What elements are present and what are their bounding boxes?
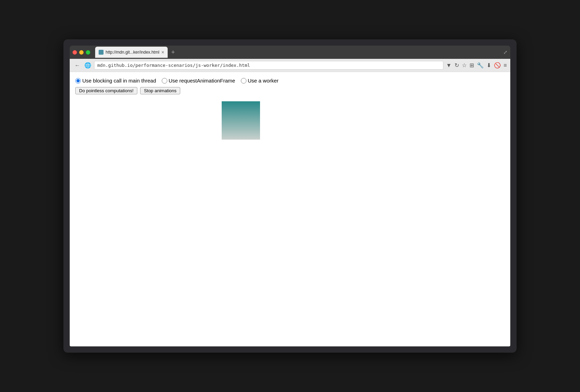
tools-button[interactable]: 🔧 (477, 62, 484, 69)
tab-favicon-icon (99, 50, 104, 55)
tab-bar: http://mdn.git...ker/index.html × + ⤢ (70, 46, 510, 59)
refresh-button[interactable]: ↻ (455, 62, 459, 69)
radio-blocking-label: Use blocking call in main thread (82, 78, 156, 84)
stop-animations-button[interactable]: Stop animations (140, 87, 180, 94)
do-computations-button[interactable]: Do pointless computations! (75, 87, 137, 94)
radio-worker[interactable] (241, 78, 246, 84)
radio-option-raf[interactable]: Use requestAnimationFrame (162, 78, 235, 84)
minimize-button[interactable] (79, 50, 84, 55)
close-button[interactable] (72, 50, 77, 55)
tab-close-icon[interactable]: × (161, 50, 164, 55)
url-bar: ← 🌐 ▼ ↻ ☆ ⊞ 🔧 ⬇ 🚫 ≡ (70, 59, 510, 72)
download-button[interactable]: ⬇ (487, 62, 491, 69)
radio-option-worker[interactable]: Use a worker (241, 78, 278, 84)
animation-box (222, 101, 260, 140)
url-input[interactable] (94, 61, 443, 70)
new-tab-button[interactable]: + (169, 49, 177, 56)
maximize-button[interactable] (86, 50, 90, 55)
globe-icon: 🌐 (84, 62, 91, 69)
radio-group: Use blocking call in main thread Use req… (75, 78, 505, 84)
dropdown-button[interactable]: ▼ (446, 62, 452, 69)
radio-worker-label: Use a worker (248, 78, 278, 84)
radio-blocking[interactable] (75, 78, 81, 84)
browser-window: http://mdn.git...ker/index.html × + ⤢ ← … (63, 39, 517, 353)
reader-button[interactable]: ⊞ (470, 62, 474, 69)
radio-raf[interactable] (162, 78, 167, 84)
expand-icon: ⤢ (503, 49, 508, 55)
action-buttons: Do pointless computations! Stop animatio… (75, 87, 505, 94)
back-button[interactable]: ← (73, 62, 82, 69)
traffic-lights (72, 50, 90, 55)
tab-title: http://mdn.git...ker/index.html (106, 50, 159, 55)
page-content: Use blocking call in main thread Use req… (70, 72, 510, 346)
radio-raf-label: Use requestAnimationFrame (169, 78, 235, 84)
bookmark-button[interactable]: ☆ (462, 62, 467, 69)
radio-option-blocking[interactable]: Use blocking call in main thread (75, 78, 156, 84)
browser-tab[interactable]: http://mdn.git...ker/index.html × (95, 47, 168, 58)
shield-button[interactable]: 🚫 (494, 62, 501, 69)
menu-button[interactable]: ≡ (504, 62, 507, 69)
